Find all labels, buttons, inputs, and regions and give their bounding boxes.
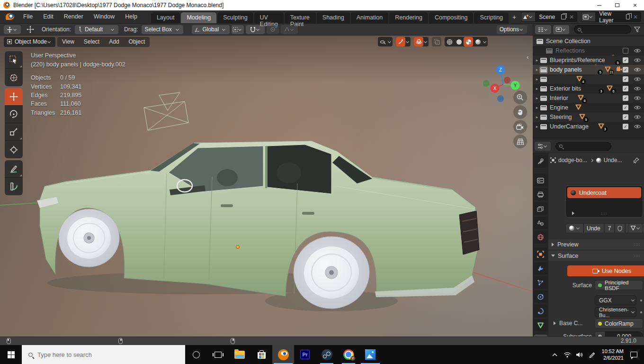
tab-modeling[interactable]: Modeling (181, 12, 216, 23)
outliner-row-engine[interactable]: ▸ Engine ✓ (533, 103, 644, 112)
scene-selector[interactable]: Scene ✕ (521, 12, 577, 22)
tab-object[interactable] (534, 248, 547, 260)
pen-icon[interactable] (586, 351, 598, 358)
hide-eye-icon[interactable] (634, 57, 641, 63)
distribution-dropdown[interactable]: GGX (595, 295, 636, 305)
slot-list-grip[interactable]: :::: (601, 211, 607, 216)
outliner-search[interactable] (574, 25, 631, 34)
surface-shader-button[interactable]: Principled BSDF (595, 280, 643, 290)
pan-button[interactable] (513, 105, 527, 119)
viewport-menu-select[interactable]: Select (79, 38, 104, 45)
outliner-row-scene-collection[interactable]: Scene Collection (533, 36, 644, 46)
action-center-icon[interactable] (630, 352, 637, 357)
menu-file[interactable]: File (18, 10, 38, 23)
microsoft-store-button[interactable] (250, 345, 272, 364)
blender-taskbar-button[interactable] (272, 345, 294, 364)
exclude-checkbox[interactable]: ✓ (623, 95, 628, 101)
exclude-checkbox[interactable]: ✓ (623, 86, 628, 91)
tab-sculpting[interactable]: Sculpting (217, 12, 253, 23)
start-button[interactable] (0, 345, 22, 364)
tab-rendering[interactable]: Rendering (389, 12, 428, 23)
overlays-toggle[interactable] (414, 37, 423, 46)
shading-rendered-button[interactable] (473, 37, 483, 46)
viewport-menu-view[interactable]: View (57, 38, 79, 45)
hide-eye-icon[interactable] (634, 114, 641, 120)
camera-view-button[interactable] (513, 120, 527, 134)
exclude-checkbox[interactable] (623, 48, 628, 54)
tool-move[interactable] (5, 88, 23, 106)
file-explorer-button[interactable] (229, 345, 250, 364)
specials-dropdown[interactable] (628, 223, 643, 233)
view-layer-name[interactable]: View Layer (595, 10, 624, 24)
cortana-button[interactable] (185, 345, 207, 364)
shading-wireframe-button[interactable] (445, 37, 454, 46)
mode-dropdown[interactable]: Object Mode (4, 37, 55, 47)
outliner-row-wheels[interactable]: ▸ 4 ✓ (533, 74, 644, 84)
xray-toggle[interactable] (432, 37, 441, 46)
exclude-checkbox[interactable]: ✓ (623, 57, 628, 63)
hide-eye-icon[interactable] (634, 124, 641, 129)
tool-annotate[interactable] (5, 160, 23, 178)
browse-material-dropdown[interactable] (565, 223, 583, 233)
tool-select-box[interactable] (5, 51, 23, 69)
pivot-point-dropdown[interactable] (232, 25, 244, 34)
move-gizmo-icon[interactable] (27, 26, 34, 33)
menu-window[interactable]: Window (89, 10, 120, 23)
hide-eye-icon[interactable] (634, 76, 641, 82)
view-layer-selector[interactable]: View Layer ✕ (581, 12, 641, 22)
ortho-toggle-button[interactable] (513, 135, 527, 148)
outliner-row-steering[interactable]: ▸ Steering 5 ✓ (533, 112, 644, 122)
outliner-editor-type-dropdown[interactable] (535, 25, 551, 34)
hide-eye-icon[interactable] (634, 105, 641, 110)
taskbar-clock[interactable]: 10:52 AM 2/6/2021 (602, 348, 624, 361)
exclude-checkbox[interactable]: ✓ (623, 67, 628, 73)
fake-user-shield-button[interactable] (615, 223, 625, 233)
sidebar-collapse-arrow[interactable]: ‹ (527, 54, 528, 61)
outliner-display-mode-dropdown[interactable] (553, 25, 569, 34)
3d-viewport[interactable]: Object Mode View Select Add Object (0, 36, 533, 337)
volume-icon[interactable] (573, 352, 586, 358)
proportional-editing-toggle[interactable] (267, 25, 279, 34)
tab-constraints[interactable] (534, 305, 547, 317)
viewport-menu-object[interactable]: Object (124, 38, 150, 45)
tab-output[interactable] (534, 188, 547, 200)
tab-uv-editing[interactable]: UV Editing (254, 12, 284, 23)
breadcrumb-material[interactable]: Unde... (604, 157, 622, 164)
tab-compositing[interactable]: Compositing (429, 12, 473, 23)
photos-button[interactable] (359, 345, 381, 364)
tool-cursor[interactable] (5, 69, 23, 86)
material-slot-undercoat[interactable]: Undercoat (567, 187, 641, 198)
object-visibility-dropdown[interactable] (378, 37, 393, 46)
transform-space-dropdown[interactable]: Global (192, 25, 230, 34)
menu-render[interactable]: Render (59, 10, 89, 23)
outliner-row-reflections[interactable]: ▸ Reflections (533, 46, 644, 55)
gizmos-toggle-group[interactable] (396, 37, 411, 46)
tab-world[interactable] (534, 231, 547, 243)
animate-dot[interactable] (640, 311, 642, 313)
outliner-row-undercarriage[interactable]: ▸ UnderCarriage 3 ✓ (533, 122, 644, 131)
search-input[interactable] (37, 351, 156, 358)
tool-rotate[interactable] (5, 106, 23, 123)
tab-render[interactable] (534, 174, 547, 186)
filter-icon[interactable] (634, 27, 640, 32)
tab-animation[interactable]: Animation (351, 12, 389, 23)
outliner-row-body-panels[interactable]: ▸ body panels 5 21 ✓ (533, 65, 644, 74)
tab-object-data[interactable] (534, 319, 547, 331)
minimize-button[interactable] (590, 0, 608, 10)
exclude-checkbox[interactable]: ✓ (623, 76, 628, 82)
chrome-button[interactable]: V (338, 345, 359, 364)
pin-icon[interactable] (633, 157, 639, 164)
orientation-dropdown[interactable]: Default (75, 25, 118, 34)
outliner-row-interior[interactable]: ▸ Interior 8 ✓ (533, 93, 644, 103)
tab-shading[interactable]: Shading (317, 12, 350, 23)
viewport-menu-add[interactable]: Add (104, 38, 124, 45)
add-workspace-button[interactable]: + (510, 12, 519, 23)
tab-scripting[interactable]: Scripting (474, 12, 509, 23)
hidden-icons-button[interactable] (549, 353, 561, 356)
tab-scene[interactable] (534, 217, 547, 229)
scene-name[interactable]: Scene (535, 14, 559, 20)
taskbar-search[interactable] (22, 345, 185, 364)
proportional-falloff-dropdown[interactable] (281, 25, 298, 34)
material-slot-list[interactable]: Undercoat :::: (565, 185, 643, 218)
properties-search[interactable] (555, 142, 611, 151)
